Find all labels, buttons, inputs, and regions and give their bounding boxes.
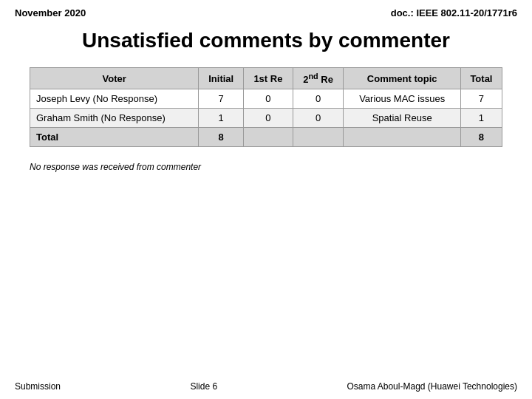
table-header-row: Voter Initial 1st Re 2nd Re Comment topi… xyxy=(30,68,502,89)
footer-right: Osama Aboul-Magd (Huawei Technologies) xyxy=(347,381,517,392)
col-voter: Voter xyxy=(30,68,199,89)
cell-first-re: 0 xyxy=(244,89,293,109)
cell-total: 1 xyxy=(460,109,502,128)
footer-center: Slide 6 xyxy=(190,381,217,392)
cell-second-re xyxy=(293,128,344,147)
cell-voter: Graham Smith (No Response) xyxy=(30,109,199,128)
cell-first-re xyxy=(244,128,293,147)
cell-second-re: 0 xyxy=(293,109,344,128)
cell-comment-topic: Various MAC issues xyxy=(344,89,460,109)
table-row: Total88 xyxy=(30,128,502,147)
header-right: doc.: IEEE 802.11-20/1771r6 xyxy=(391,7,517,18)
cell-comment-topic xyxy=(344,128,460,147)
comments-table: Voter Initial 1st Re 2nd Re Comment topi… xyxy=(30,67,502,147)
footer: Submission Slide 6 Osama Aboul-Magd (Hua… xyxy=(0,381,532,392)
header-left: November 2020 xyxy=(15,7,86,18)
page-title: Unsatisfied comments by commenter xyxy=(0,29,532,52)
cell-initial: 7 xyxy=(199,89,244,109)
col-initial: Initial xyxy=(199,68,244,89)
cell-first-re: 0 xyxy=(244,109,293,128)
cell-initial: 8 xyxy=(199,128,244,147)
cell-total: 8 xyxy=(460,128,502,147)
footer-left: Submission xyxy=(15,381,61,392)
col-first-re: 1st Re xyxy=(244,68,293,89)
cell-second-re: 0 xyxy=(293,89,344,109)
cell-voter: Total xyxy=(30,128,199,147)
cell-total: 7 xyxy=(460,89,502,109)
main-table-container: Voter Initial 1st Re 2nd Re Comment topi… xyxy=(30,67,502,147)
footnote: No response was received from commenter xyxy=(30,162,502,172)
col-second-re: 2nd Re xyxy=(293,68,344,89)
cell-voter: Joseph Levy (No Response) xyxy=(30,89,199,109)
col-comment-topic: Comment topic xyxy=(344,68,460,89)
col-total: Total xyxy=(460,68,502,89)
cell-comment-topic: Spatial Reuse xyxy=(344,109,460,128)
table-row: Graham Smith (No Response)100Spatial Reu… xyxy=(30,109,502,128)
cell-initial: 1 xyxy=(199,109,244,128)
table-row: Joseph Levy (No Response)700Various MAC … xyxy=(30,89,502,109)
